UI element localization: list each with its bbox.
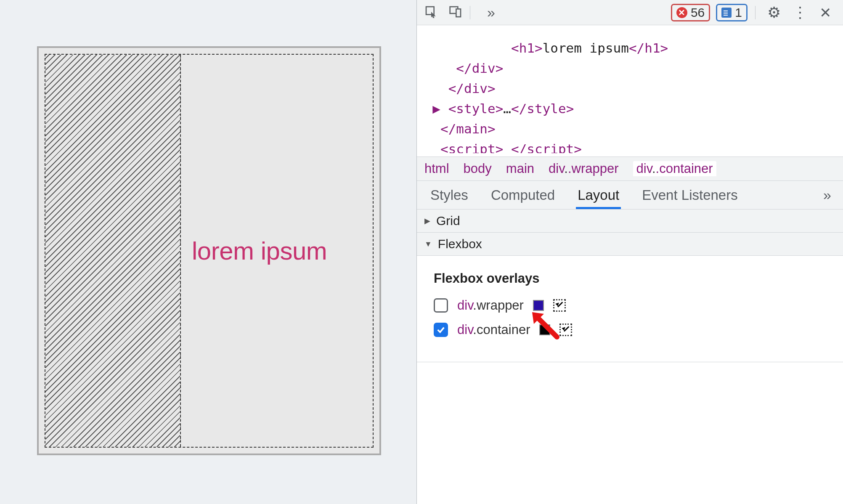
section-flexbox[interactable]: Flexbox [417, 233, 843, 256]
error-icon: ✕ [676, 7, 687, 18]
tab-event-listeners[interactable]: Event Listeners [640, 187, 739, 209]
overlay-checkbox-container[interactable] [434, 323, 448, 337]
preview-heading: lorem ipsum [192, 236, 327, 265]
crumb-html[interactable]: html [424, 161, 449, 176]
message-badge[interactable]: 1 [716, 4, 748, 21]
code-line[interactable]: ▶ <style>…</style> [417, 98, 843, 119]
sidebar-tabs: Styles Computed Layout Event Listeners » [417, 181, 843, 210]
svg-rect-2 [456, 9, 461, 17]
preview-pane: lorem ipsum [0, 0, 416, 504]
flex-hatch-area [45, 55, 181, 447]
flexbox-overlays-title: Flexbox overlays [434, 271, 826, 286]
more-tabs-icon[interactable]: » [487, 4, 495, 21]
message-icon [721, 8, 732, 18]
overlay-checkbox-wrapper[interactable] [434, 298, 448, 313]
elements-tree[interactable]: div class container flex <h1>lorem ipsum… [417, 25, 843, 157]
color-swatch-container[interactable] [539, 324, 550, 335]
settings-icon[interactable]: ⚙ [763, 4, 785, 21]
breadcrumb: html body main div..wrapper div..contain… [417, 157, 843, 181]
section-grid-label: Grid [436, 214, 460, 228]
inspect-icon[interactable] [424, 5, 438, 20]
tab-computed[interactable]: Computed [489, 187, 557, 209]
overlay-row-wrapper: div.wrapper [434, 298, 826, 313]
devtools-toolbar: » ✕ 56 1 ⚙ ⋮ ✕ [417, 0, 843, 25]
code-line[interactable]: <h1>lorem ipsum</h1> [417, 38, 843, 58]
toolbar-divider [755, 6, 756, 19]
color-swatch-wrapper[interactable] [533, 300, 544, 311]
close-icon[interactable]: ✕ [815, 4, 835, 21]
device-icon[interactable] [449, 5, 462, 20]
code-line[interactable]: <script> </script> [417, 139, 843, 153]
section-flexbox-label: Flexbox [438, 237, 482, 251]
more-icon[interactable]: ⋮ [788, 4, 812, 21]
crumb-main[interactable]: main [506, 161, 534, 176]
tab-styles[interactable]: Styles [429, 187, 470, 209]
crumb-body[interactable]: body [464, 161, 492, 176]
crumb-container[interactable]: div..container [633, 161, 716, 176]
section-grid[interactable]: Grid [417, 210, 843, 233]
reveal-icon[interactable] [553, 299, 566, 312]
code-line[interactable]: </div> [417, 58, 843, 78]
tabs-more-icon[interactable]: » [823, 187, 831, 209]
devtools-panel: » ✕ 56 1 ⚙ ⋮ ✕ div class container flex … [416, 0, 843, 504]
crumb-wrapper[interactable]: div..wrapper [549, 161, 619, 176]
toolbar-divider [470, 6, 470, 19]
overlay-row-container: div.container [434, 322, 826, 337]
flex-overlay-outline: lorem ipsum [45, 54, 374, 448]
wrapper-box: lorem ipsum [37, 46, 381, 455]
reveal-icon[interactable] [559, 324, 572, 336]
overlay-selector-wrapper[interactable]: div.wrapper [457, 298, 524, 313]
overlay-selector-container[interactable]: div.container [457, 322, 530, 337]
message-count: 1 [735, 5, 742, 20]
flexbox-body: Flexbox overlays div.wrapper div.contain… [417, 256, 843, 362]
error-count: 56 [691, 5, 705, 20]
error-badge[interactable]: ✕ 56 [671, 4, 710, 21]
code-line[interactable]: div class container flex [417, 32, 843, 38]
code-line[interactable]: </div> [417, 78, 843, 98]
code-line[interactable]: </main> [417, 119, 843, 139]
tab-layout[interactable]: Layout [576, 187, 621, 209]
